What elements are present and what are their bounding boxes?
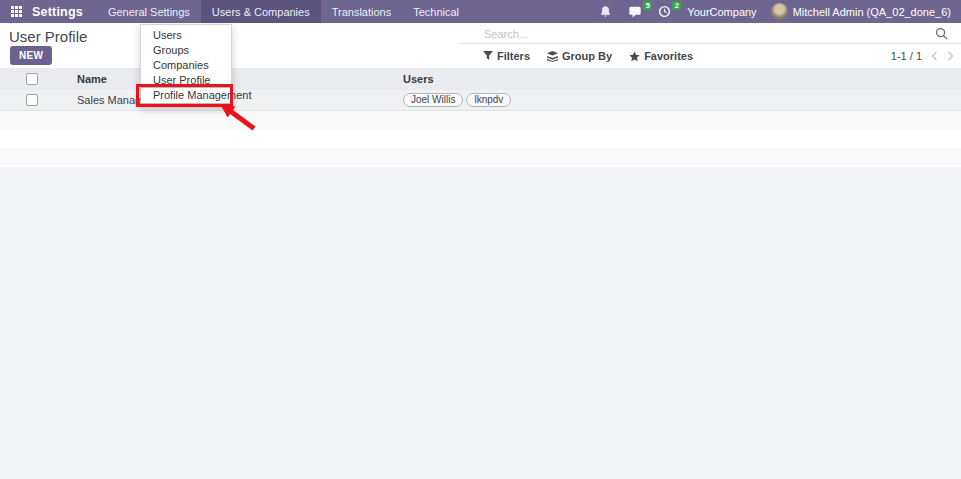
- filters-button[interactable]: Filters: [483, 50, 530, 62]
- menu-general-settings[interactable]: General Settings: [97, 0, 201, 23]
- menu-technical[interactable]: Technical: [402, 0, 470, 23]
- group-by-label: Group By: [562, 50, 612, 62]
- bell-icon: [599, 5, 612, 18]
- empty-row-stripe: [0, 148, 961, 167]
- column-header-name[interactable]: Name: [77, 73, 403, 85]
- header-checkbox-cell: [0, 73, 77, 85]
- dropdown-item-companies[interactable]: Companies: [141, 58, 231, 73]
- star-icon: [629, 51, 640, 62]
- chevron-left-icon: [931, 51, 938, 61]
- dropdown-item-users[interactable]: Users: [141, 28, 231, 43]
- grid-icon: [11, 6, 22, 17]
- app-name[interactable]: Settings: [32, 0, 97, 23]
- dropdown-item-user-profile[interactable]: User Profile: [141, 73, 231, 88]
- row-users-cell: Joel Willis lknpdv: [403, 93, 961, 107]
- empty-row-stripe: [0, 130, 961, 148]
- search-icon[interactable]: [935, 27, 949, 41]
- user-tag: lknpdv: [466, 93, 511, 107]
- pager-range: 1-1 / 1: [891, 50, 922, 62]
- select-all-checkbox[interactable]: [26, 73, 38, 85]
- dropdown-item-profile-management[interactable]: Profile Management: [141, 88, 231, 103]
- menu-users-companies[interactable]: Users & Companies: [201, 0, 321, 23]
- odoo-settings-page: Settings General Settings Users & Compan…: [0, 0, 961, 479]
- filters-label: Filters: [497, 50, 530, 62]
- activities-count-badge: 2: [672, 1, 681, 10]
- new-button[interactable]: NEW: [10, 46, 52, 65]
- user-menu[interactable]: Mitchell Admin (QA_02_done_6): [793, 6, 955, 18]
- empty-row-stripe: [0, 111, 961, 130]
- column-header-users[interactable]: Users: [403, 73, 961, 85]
- user-avatar[interactable]: [771, 3, 788, 20]
- company-switcher[interactable]: YourCompany: [679, 6, 764, 18]
- messages-button[interactable]: 5: [620, 0, 650, 23]
- favorites-button[interactable]: Favorites: [629, 50, 693, 62]
- systray: 5 2 YourCompany Mitchell Admin (QA_02_do…: [591, 0, 961, 23]
- notifications-button[interactable]: [591, 0, 620, 23]
- row-checkbox-cell: [0, 94, 77, 106]
- filter-funnel-icon: [483, 51, 493, 61]
- apps-menu-button[interactable]: [0, 0, 32, 23]
- pager-previous-button[interactable]: [931, 51, 938, 61]
- search-options: Filters Group By: [483, 50, 693, 62]
- activities-button[interactable]: 2: [650, 0, 679, 23]
- top-navbar: Settings General Settings Users & Compan…: [0, 0, 961, 23]
- chevron-right-icon: [947, 51, 954, 61]
- chat-bubble-icon: [628, 5, 642, 18]
- favorites-label: Favorites: [644, 50, 693, 62]
- pager-next-button[interactable]: [947, 51, 954, 61]
- pager: 1-1 / 1: [891, 50, 954, 62]
- group-by-icon: [547, 51, 558, 62]
- group-by-button[interactable]: Group By: [547, 50, 612, 62]
- search-input[interactable]: [460, 28, 935, 40]
- row-checkbox[interactable]: [26, 94, 38, 106]
- menu-translations[interactable]: Translations: [321, 0, 403, 23]
- dropdown-item-groups[interactable]: Groups: [141, 43, 231, 58]
- page-title: User Profile: [9, 28, 87, 45]
- users-companies-dropdown: Users Groups Companies User Profile Prof…: [140, 24, 232, 107]
- user-tag: Joel Willis: [403, 93, 463, 107]
- clock-icon: [658, 5, 671, 18]
- search-bar: [460, 24, 961, 44]
